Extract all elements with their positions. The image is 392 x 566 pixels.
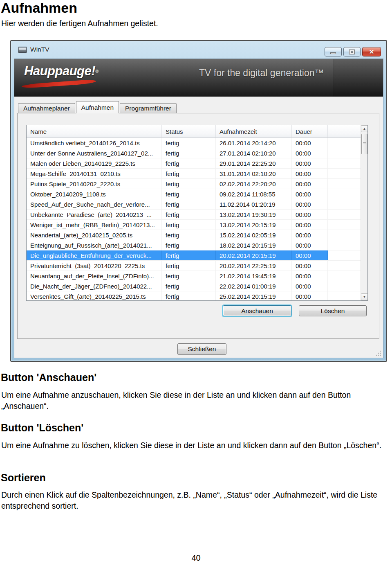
cell-dauer: 00:00 [292, 199, 328, 209]
page-title: Aufnahmen [1, 0, 77, 16]
cell-dauer: 00:00 [292, 240, 328, 250]
banner-right-segment [334, 59, 383, 97]
table-row[interactable]: Versenktes_Gift_(arte)_20140225_2015.ts … [27, 291, 361, 301]
table-row[interactable]: Die_Nacht_der_Jäger_(ZDFneo)_2014022... … [27, 281, 361, 291]
cell-status: fertig [162, 169, 216, 178]
table-row[interactable]: Mega-Schiffe_20140131_0210.ts fertig 31.… [27, 169, 361, 179]
scrollbar-thumb[interactable] [361, 134, 367, 154]
cell-dauer: 00:00 [292, 271, 328, 281]
title-bar[interactable]: WinTV ✕ [11, 41, 386, 59]
cell-status: fertig [162, 199, 216, 209]
cell-aufnahmezeit: 02.02.2014 22:20:20 [216, 179, 292, 189]
column-header-name[interactable]: Name [27, 125, 162, 138]
cell-filler [328, 179, 361, 189]
table-row[interactable]: Weniger_ist_mehr_(RBB_Berlin)_20140213..… [27, 220, 361, 230]
cell-name: Die_unglaubliche_Entführung_der_verrück.… [27, 250, 162, 260]
cell-filler [328, 138, 361, 148]
column-header-filler [328, 125, 361, 138]
cell-aufnahmezeit: 13.02.2014 20:15:19 [216, 220, 292, 230]
table-row[interactable]: Putins Spiele_20140202_2220.ts fertig 02… [27, 179, 361, 189]
cell-dauer: 00:00 [292, 179, 328, 189]
cell-aufnahmezeit: 22.02.2014 01:00:19 [216, 281, 292, 291]
cell-filler [328, 230, 361, 240]
table-row[interactable]: Neandertal_(arte)_20140215_0205.ts ferti… [27, 230, 361, 240]
cell-aufnahmezeit: 20.02.2014 20:15:19 [216, 250, 292, 260]
cell-status: fertig [162, 240, 216, 250]
tab-aufnahmeplaner[interactable]: Aufnahmeplaner [18, 103, 75, 113]
table-row[interactable]: Oktober_20140209_1108.ts fertig 09.02.20… [27, 189, 361, 199]
section-body-loeschen: Um eine Aufnahme zu löschen, klicken Sie… [1, 440, 390, 451]
column-header-dauer[interactable]: Dauer [292, 125, 328, 138]
resize-grip-icon[interactable] [376, 350, 381, 356]
cell-aufnahmezeit: 26.01.2014 20:14:20 [216, 138, 292, 148]
scroll-up-icon: ▲ [363, 127, 366, 131]
vertical-scrollbar[interactable]: ▲ ▼ [361, 125, 367, 300]
section-heading-loeschen: Button 'Löschen' [1, 422, 83, 434]
cell-name: Speed_Auf_der_Suche_nach_der_verlore... [27, 199, 162, 209]
cell-aufnahmezeit: 27.01.2014 02:10:20 [216, 148, 292, 158]
registered-mark: ® [95, 69, 99, 74]
cell-aufnahmezeit: 29.01.2014 22:25:20 [216, 158, 292, 168]
cell-dauer: 00:00 [292, 169, 328, 178]
cell-status: fertig [162, 250, 216, 260]
table-row[interactable]: Privatunterricht_(3sat)_20140220_2225.ts… [27, 261, 361, 271]
table-row[interactable]: Unbekannte_Paradiese_(arte)_20140213_...… [27, 210, 361, 220]
cell-dauer: 00:00 [292, 250, 328, 260]
anschauen-button[interactable]: Anschauen [223, 305, 291, 316]
maximize-button[interactable] [343, 47, 361, 56]
cell-filler [328, 240, 361, 250]
tab-strip: Aufnahmeplaner Aufnahmen Programmführer [18, 101, 177, 113]
tab-programmfuehrer[interactable]: Programmführer [120, 103, 177, 113]
cell-filler [328, 189, 361, 199]
cell-name: Malen oder Lieben_20140129_2225.ts [27, 158, 162, 168]
cell-status: fertig [162, 291, 216, 301]
recordings-list[interactable]: Name Status Aufnahmezeit Dauer Umständli… [26, 125, 368, 301]
cell-aufnahmezeit: 13.02.2014 19:30:19 [216, 210, 292, 219]
loeschen-button[interactable]: Löschen [299, 305, 367, 316]
cell-name: Oktober_20140209_1108.ts [27, 189, 162, 199]
cell-aufnahmezeit: 18.02.2014 20:15:19 [216, 240, 292, 250]
maximize-icon [349, 50, 354, 54]
section-heading-anschauen: Button 'Anschauen' [1, 372, 96, 383]
table-row[interactable]: Enteignung_auf_Russisch_(arte)_2014021..… [27, 240, 361, 250]
hauppauge-logo: Hauppauge!® [24, 64, 99, 79]
cell-name: Putins Spiele_20140202_2220.ts [27, 179, 162, 189]
wintv-app-icon [18, 47, 27, 53]
cell-status: fertig [162, 138, 216, 148]
schliessen-button[interactable]: Schließen [177, 343, 226, 355]
cell-name: Neuanfang_auf_der_Pleite_Insel_(ZDFinfo)… [27, 271, 162, 281]
table-row[interactable]: Unter der Sonne Australiens_20140127_02.… [27, 148, 361, 158]
cell-name: Unter der Sonne Australiens_20140127_02.… [27, 148, 162, 158]
close-button[interactable]: ✕ [362, 47, 381, 56]
cell-name: Mega-Schiffe_20140131_0210.ts [27, 169, 162, 178]
cell-filler [328, 291, 361, 301]
scroll-down-button[interactable]: ▼ [361, 293, 368, 300]
tab-label: Aufnahmen [81, 104, 114, 111]
cell-dauer: 00:00 [292, 281, 328, 291]
table-row[interactable]: Speed_Auf_der_Suche_nach_der_verlore... … [27, 199, 361, 210]
cell-status: fertig [162, 210, 216, 219]
cell-dauer: 00:00 [292, 138, 328, 148]
table-row[interactable]: Neuanfang_auf_der_Pleite_Insel_(ZDFinfo)… [27, 271, 361, 281]
column-header-aufnahmezeit[interactable]: Aufnahmezeit [216, 125, 292, 138]
cell-dauer: 00:00 [292, 158, 328, 168]
table-row[interactable]: Die_unglaubliche_Entführung_der_verrück.… [27, 250, 361, 261]
table-row[interactable]: Umständlich verliebt_20140126_2014.ts fe… [27, 138, 361, 148]
cell-aufnahmezeit: 31.01.2014 02:10:20 [216, 169, 292, 178]
column-header-status[interactable]: Status [162, 125, 216, 138]
scroll-up-button[interactable]: ▲ [361, 125, 368, 132]
table-row[interactable]: Malen oder Lieben_20140129_2225.ts ferti… [27, 158, 361, 169]
caption-buttons: ✕ [325, 47, 381, 56]
tab-aufnahmen[interactable]: Aufnahmen [76, 101, 119, 113]
cell-status: fertig [162, 281, 216, 291]
cell-status: fertig [162, 158, 216, 168]
tab-page-panel: Name Status Aufnahmezeit Dauer Umständli… [17, 113, 379, 339]
banner-divider [334, 59, 334, 97]
cell-aufnahmezeit: 21.02.2014 19:45:19 [216, 271, 292, 281]
cell-status: fertig [162, 271, 216, 281]
cell-dauer: 00:00 [292, 261, 328, 271]
minimize-button[interactable] [325, 47, 342, 56]
cell-dauer: 00:00 [292, 210, 328, 219]
cell-filler [328, 169, 361, 178]
cell-aufnahmezeit: 25.02.2014 20:15:19 [216, 291, 292, 301]
